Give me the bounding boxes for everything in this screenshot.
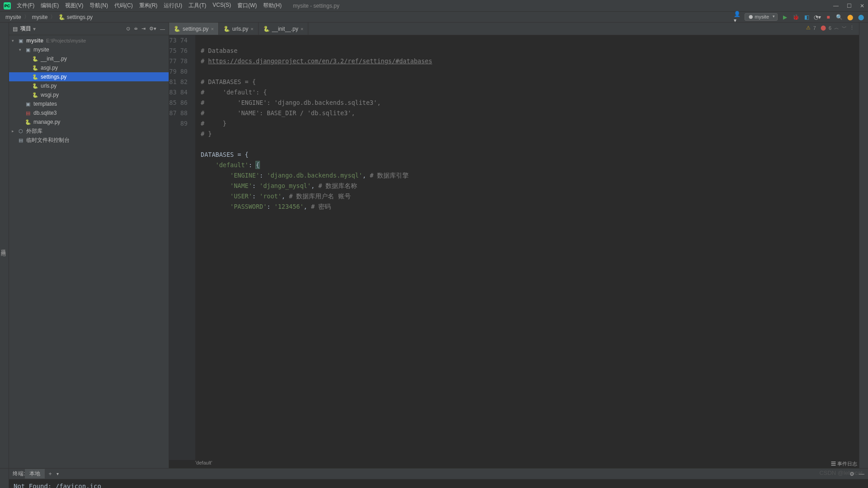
breadcrumb-file[interactable]: 🐍 settings.py <box>57 13 94 21</box>
window-minimize-icon[interactable]: — <box>833 3 839 9</box>
terminal-dropdown-icon[interactable]: ▾ <box>57 471 59 476</box>
tree-file-__init__.py[interactable]: 🐍__init__.py <box>9 54 169 63</box>
close-icon[interactable]: × <box>250 26 253 32</box>
editor-tab[interactable]: 🐍settings.py× <box>169 23 219 35</box>
right-tool-stripe[interactable] <box>859 23 868 468</box>
menu-item[interactable]: 工具(T) <box>186 1 208 10</box>
hide-icon[interactable]: — <box>160 26 165 32</box>
collapse-icon[interactable]: ⇥ <box>142 26 146 32</box>
run-config-select[interactable]: ⬣ mysite <box>745 13 778 21</box>
terminal-label: 终端: <box>13 470 25 478</box>
python-file-icon: 🐍 <box>263 26 270 32</box>
breadcrumb-sep: 〉 <box>50 13 56 21</box>
terminal-output[interactable]: Not Found: /favicon.ico [26/Mar/2022 15:… <box>9 479 868 488</box>
close-icon[interactable]: × <box>211 26 213 32</box>
coverage-button[interactable]: ◧ <box>803 14 810 21</box>
app-logo-icon: PC <box>4 2 11 9</box>
user-icon[interactable]: 👤▾ <box>734 14 741 21</box>
python-file-icon: 🐍 <box>174 26 180 32</box>
terminal-left-stripe[interactable]: Bookmarks 结构 <box>0 469 9 488</box>
breadcrumb-sep: 〉 <box>24 13 29 21</box>
window-close-icon[interactable]: ✕ <box>860 3 864 9</box>
menu-item[interactable]: 运行(U) <box>161 1 184 10</box>
project-tool-icon: ▤ <box>13 26 18 32</box>
debug-button[interactable]: 🐞 <box>792 14 799 21</box>
tree-file-asgi.py[interactable]: 🐍asgi.py <box>9 63 169 72</box>
menu-item[interactable]: 帮助(H) <box>261 1 284 10</box>
stop-button[interactable]: ■ <box>825 14 832 21</box>
tree-manage[interactable]: 🐍manage.py <box>9 117 169 127</box>
tree-file-settings.py[interactable]: 🐍settings.py <box>9 72 169 81</box>
menu-item[interactable]: VCS(S) <box>210 1 233 10</box>
sidebar-title: 项目 <box>20 25 31 33</box>
window-title: mysite - settings.py <box>293 3 340 9</box>
close-icon[interactable]: × <box>301 26 303 32</box>
editor-tab[interactable]: 🐍__init__.py× <box>259 23 308 35</box>
breadcrumb-root[interactable]: mysite <box>4 13 23 21</box>
chevron-up-icon[interactable]: ︿ <box>834 24 839 31</box>
search-icon[interactable]: 🔍 <box>835 14 843 21</box>
tree-root[interactable]: ▾▣mysiteE:\Projects\mysite <box>9 36 169 45</box>
editor-tab[interactable]: 🐍urls.py× <box>219 23 259 35</box>
tree-scratch[interactable]: ▤临时文件和控制台 <box>9 136 169 145</box>
menu-item[interactable]: 代码(C) <box>112 1 135 10</box>
ide-help-icon[interactable]: ⬤ <box>857 14 864 21</box>
menu-item[interactable]: 文件(F) <box>14 1 37 10</box>
python-file-icon: 🐍 <box>223 26 230 32</box>
tree-file-urls.py[interactable]: 🐍urls.py <box>9 81 169 90</box>
terminal-settings-icon[interactable]: ⚙ <box>849 471 854 477</box>
breadcrumb-pkg[interactable]: mysite <box>30 13 50 21</box>
event-log-button[interactable]: ☰ 事件日志 <box>831 460 857 467</box>
locate-icon[interactable]: ⊙ <box>126 26 130 32</box>
menu-item[interactable]: 视图(V) <box>63 1 85 10</box>
terminal-hide-icon[interactable]: — <box>859 471 864 477</box>
main-menu: 文件(F)编辑(E)视图(V)导航(N)代码(C)重构(R)运行(U)工具(T)… <box>14 1 284 10</box>
inspection-widget[interactable]: ⚠7 ⬤6 ︿ ﹀ ⋮ <box>806 24 854 31</box>
code-editor[interactable]: 73 74 75 76 77 78 79 80 81 82 83 84 85 8… <box>169 35 859 460</box>
tree-file-wsgi.py[interactable]: 🐍wsgi.py <box>9 90 169 99</box>
menu-item[interactable]: 重构(R) <box>137 1 160 10</box>
project-sidebar: ▤ 项目 ▾ ⊙ ≑ ⇥ ⚙▾ — ▾▣mysiteE:\Projects\my… <box>9 23 169 468</box>
tree-templates[interactable]: ▣templates <box>9 99 169 108</box>
menu-item[interactable]: 编辑(E) <box>38 1 61 10</box>
editor-tabs: 🐍settings.py×🐍urls.py×🐍__init__.py× <box>169 23 859 35</box>
terminal-new-tab-icon[interactable]: ＋ <box>47 470 53 478</box>
window-maximize-icon[interactable]: ☐ <box>847 3 852 9</box>
editor-breadcrumb[interactable]: 'default' <box>169 460 859 468</box>
tree-pkg[interactable]: ▾▣mysite <box>9 45 169 54</box>
profile-button[interactable]: ◔▾ <box>814 14 821 21</box>
error-icon: ⬤ <box>821 25 826 31</box>
menu-item[interactable]: 导航(N) <box>87 1 110 10</box>
tree-ext-lib[interactable]: ▸⬡外部库 <box>9 127 169 136</box>
tree-db[interactable]: ▤db.sqlite3 <box>9 108 169 117</box>
terminal-tab-local[interactable]: 本地 <box>25 469 45 479</box>
ide-settings-icon[interactable]: ⬤ <box>846 14 854 21</box>
warning-icon: ⚠ <box>806 25 811 31</box>
left-tool-stripe[interactable]: 项目 结构 <box>0 23 9 468</box>
expand-icon[interactable]: ≑ <box>134 26 138 32</box>
chevron-down-icon[interactable]: ﹀ <box>842 24 847 31</box>
run-button[interactable]: ▶ <box>781 14 788 21</box>
gear-icon[interactable]: ⚙▾ <box>149 26 156 32</box>
more-icon[interactable]: ⋮ <box>849 25 854 31</box>
menu-item[interactable]: 窗口(W) <box>235 1 259 10</box>
